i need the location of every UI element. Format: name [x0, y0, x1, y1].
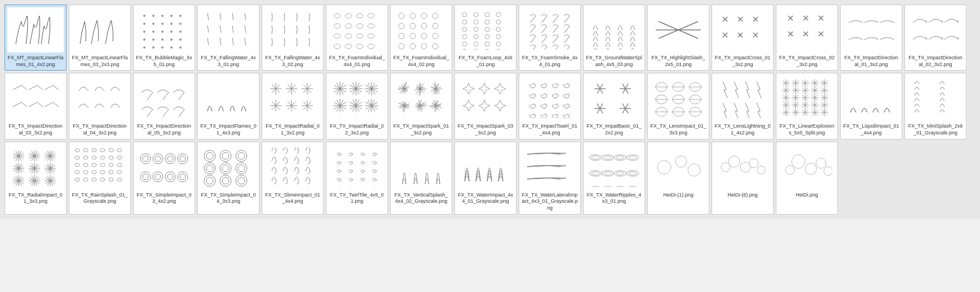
svg-line-105	[292, 89, 295, 93]
list-item[interactable]: HeiDi-(1).png	[647, 142, 709, 215]
list-item[interactable]: FX_TX_VerticalSplash_4x4_02_Grayscale.pn…	[390, 142, 452, 215]
svg-point-88	[496, 42, 501, 46]
svg-point-6	[152, 23, 154, 25]
svg-point-750	[591, 156, 599, 159]
thumbnail	[457, 145, 514, 190]
thumbnail	[779, 145, 835, 190]
list-item[interactable]: FX_TX_RainSplash_01_Grayscale.png	[69, 142, 131, 215]
svg-point-756	[629, 156, 637, 159]
list-item[interactable]: FX_TX_ImpactTswirl_01_4x4.png	[519, 73, 581, 139]
list-item[interactable]: HeiDi.png	[776, 142, 838, 215]
svg-point-742	[238, 165, 245, 172]
thumbnail	[714, 145, 771, 190]
svg-line-139	[303, 106, 307, 110]
svg-point-81	[462, 34, 467, 39]
svg-line-475	[805, 98, 808, 101]
list-item[interactable]: FX_TX_MiniSplash_2x6_01_Grayscale.png	[904, 73, 966, 139]
list-item[interactable]: FX_TX_RadialImpact_01_3x3.png	[5, 142, 67, 215]
list-item[interactable]: FX_TX_ImpactDirectional_05_3x2.png	[133, 73, 195, 139]
svg-line-577	[824, 110, 827, 112]
svg-point-710	[75, 178, 80, 181]
file-label: FX_TX_ImpactSpark_01_3x2.png	[393, 123, 449, 136]
list-item[interactable]: FX_TX_FallingWater_4x3_02.png	[262, 5, 324, 71]
thumbnail	[393, 145, 449, 190]
list-item[interactable]: FX_TX_WaterLateralImpact_4x3_01_Grayscal…	[519, 142, 581, 215]
list-item[interactable]: FX_TX_ImpactDirectional_01_3x2.png	[840, 5, 902, 71]
svg-point-40	[368, 14, 374, 18]
list-item[interactable]: FX_TX_LinearExplosions_5x5_Split.png	[776, 73, 838, 139]
list-item[interactable]: FX_TX_GroundWaterSplash_4x5_03.png	[583, 5, 645, 71]
svg-line-349	[600, 108, 603, 114]
list-item[interactable]: HeiDi-(6).png	[712, 142, 774, 215]
svg-line-407	[812, 80, 815, 83]
list-item[interactable]: FX_TX_WaterImpact_4x4_01_Grayscale.png	[454, 142, 517, 215]
list-item[interactable]: FX_TX_ImpactDirectional_02_3x2.png	[904, 5, 966, 71]
svg-point-78	[474, 27, 478, 32]
file-label: FX_TX_ImpactDirectional_04_3x2.png	[72, 123, 128, 136]
svg-point-711	[83, 178, 88, 181]
svg-point-85	[462, 42, 467, 46]
svg-line-385	[786, 80, 789, 83]
svg-point-779	[740, 162, 751, 172]
svg-line-427	[796, 90, 798, 93]
svg-point-69	[462, 12, 467, 17]
list-item[interactable]: FX_TX_ImpactRadial_01_3x2.png	[262, 73, 324, 139]
svg-line-535	[822, 102, 824, 105]
list-item[interactable]: FX_TX_TwirlTile_4x5_01.png	[326, 142, 388, 215]
svg-point-722	[180, 156, 186, 162]
svg-line-501	[783, 105, 786, 108]
svg-line-103	[276, 85, 280, 89]
list-item[interactable]: FX_TX_HighlightSlash_2x5_01.png	[647, 5, 709, 71]
list-item[interactable]: FX_TX_ImpactSpark_01_3x2.png	[390, 73, 452, 139]
svg-point-82	[474, 34, 478, 39]
svg-line-459	[786, 98, 789, 101]
thumbnail	[522, 7, 578, 53]
list-item[interactable]: FX_TX_FoamIndividual_4x4_01.png	[326, 5, 388, 71]
svg-line-487	[812, 95, 815, 98]
list-item[interactable]: FX_TX_LensImpact_01_3x3.png	[647, 73, 709, 139]
file-label: HeiDi.png	[796, 192, 818, 199]
list-item[interactable]: FX_TX_ImpactCross_02_3x2.png	[776, 5, 838, 71]
file-label: FX_TX_ImpactRadial_02_3x2.png	[329, 123, 385, 136]
svg-point-74	[474, 20, 478, 24]
list-item[interactable]: FX_TX_FoamLoop_4x6_01.png	[454, 5, 517, 71]
list-item[interactable]: FX_TX_WaterRipples_4x3_01.png	[583, 142, 645, 215]
list-item[interactable]: FX_TX_BubbleMagic_5x5_01.png	[133, 5, 195, 71]
list-item[interactable]: FX_TX_ImpactDirectional_04_3x2.png	[69, 73, 131, 139]
svg-point-75	[485, 20, 489, 24]
list-item[interactable]: FX_TX_ImpatBasic_01_2x2.png	[583, 73, 645, 139]
list-item[interactable]: FX_TX_ImpactCross_01_3x2.png	[712, 5, 774, 71]
thumbnail	[329, 7, 385, 53]
svg-point-60	[432, 23, 438, 29]
list-item[interactable]: FX_TX_SimpleImpact_04_3x3.png	[197, 142, 259, 215]
list-item[interactable]: FX_TX_LiquidImpact_01_4x4.png	[840, 73, 902, 139]
svg-point-747	[220, 175, 231, 186]
list-item[interactable]: FX_TX_FallingWater_4x3_01.png	[197, 5, 259, 71]
list-item[interactable]: FX_TX_FoamIndividual_4x4_02.png	[390, 5, 452, 71]
svg-line-513	[796, 102, 798, 105]
svg-line-457	[824, 88, 827, 90]
list-item[interactable]: FX_TX_FoamSmoke_4x4_01.png	[519, 5, 581, 71]
svg-line-350	[597, 108, 600, 114]
svg-line-409	[815, 80, 818, 83]
svg-point-783	[792, 155, 805, 168]
list-item[interactable]: FX_TX_ImpactSpark_03_3x2.png	[454, 73, 517, 139]
list-item[interactable]: FX_TX_SlimeImpact_01_4x4.png	[262, 142, 324, 215]
file-label: FX_TX_TwirlTile_4x5_01.png	[329, 192, 385, 205]
svg-point-9	[179, 23, 182, 25]
list-item[interactable]: FX_MT_ImpactLinearFlames_03_2x3.png	[69, 5, 131, 71]
list-item[interactable]: FX_MT_ImpactLinearFlames_01_4x2.png	[5, 5, 67, 71]
svg-line-517	[802, 105, 805, 108]
file-grid: FX_MT_ImpactLinearFlames_01_4x2.png FX_M…	[0, 0, 980, 219]
list-item[interactable]: FX_TX_SimpleImpact_03_4x2.png	[133, 142, 195, 215]
list-item[interactable]: FX_TX_ImpactDirectional_03_3x2.png	[5, 73, 67, 139]
svg-point-65	[399, 43, 404, 49]
svg-point-70	[474, 12, 478, 17]
list-item[interactable]: FX_TX_ImpactRadial_02_3x2.png	[326, 73, 388, 139]
thumbnail	[522, 76, 578, 121]
svg-line-571	[824, 112, 827, 115]
svg-line-511	[793, 102, 796, 105]
list-item[interactable]: FX_TX_ImpactFlames_01_4x3.png	[197, 73, 259, 139]
svg-point-709	[117, 171, 122, 174]
list-item[interactable]: FX_TX_LensLightning_01_4x2.png	[712, 73, 774, 139]
